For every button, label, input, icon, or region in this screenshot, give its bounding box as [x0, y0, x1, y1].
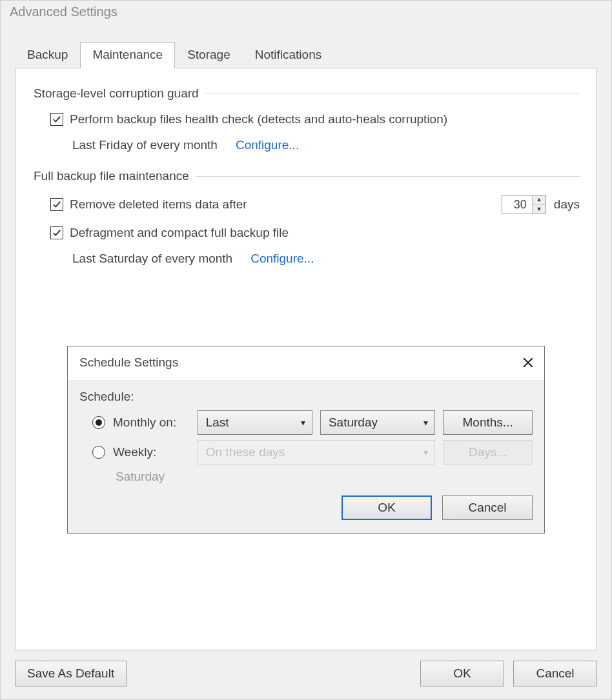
tab-storage[interactable]: Storage [175, 42, 243, 68]
defragment-configure-link[interactable]: Configure... [250, 252, 314, 266]
days-button: Days... [443, 440, 533, 465]
ok-button[interactable]: OK [420, 661, 504, 686]
weekly-row: Weekly: On these days ▾ Days... [92, 440, 533, 465]
cancel-button[interactable]: Cancel [513, 661, 597, 686]
tab-backup[interactable]: Backup [15, 42, 80, 68]
window-title: Advanced Settings [10, 5, 117, 19]
remove-days-suffix: days [554, 197, 580, 212]
healthcheck-row: Perform backup files health check (detec… [34, 112, 580, 126]
schedule-ok-button[interactable]: OK [342, 495, 432, 520]
weekly-radio[interactable] [92, 446, 105, 459]
tab-strip: Backup Maintenance Storage Notifications [1, 41, 611, 68]
day-combo[interactable]: Saturday ▾ [320, 410, 435, 435]
schedule-dialog-title: Schedule Settings [79, 355, 178, 370]
monthly-label: Monthly on: [113, 415, 190, 430]
selected-days-summary: Saturday [116, 470, 533, 484]
chevron-down-icon: ▾ [423, 447, 428, 457]
remove-deleted-label: Remove deleted items data after [70, 197, 247, 212]
window-footer: Save As Default OK Cancel [1, 650, 611, 699]
ordinal-combo[interactable]: Last ▾ [198, 410, 312, 435]
group-storage-corruption-guard: Storage-level corruption guard [34, 86, 580, 101]
schedule-label: Schedule: [79, 390, 533, 404]
monthly-row: Monthly on: Last ▾ Saturday ▾ Months... [92, 410, 533, 435]
defragment-row: Defragment and compact full backup file [34, 226, 580, 240]
window-close-icon[interactable] [593, 6, 605, 18]
chevron-down-icon: ▾ [301, 417, 305, 428]
healthcheck-checkbox[interactable] [50, 113, 63, 126]
window-titlebar: Advanced Settings [1, 1, 611, 26]
defragment-label: Defragment and compact full backup file [70, 226, 289, 240]
healthcheck-configure-link[interactable]: Configure... [236, 138, 299, 152]
save-as-default-button[interactable]: Save As Default [15, 661, 127, 686]
remove-days-spinner[interactable]: ▲ ▼ [502, 195, 546, 214]
schedule-dialog-titlebar: Schedule Settings [68, 346, 544, 381]
spinner-buttons: ▲ ▼ [532, 195, 546, 214]
advanced-settings-window: Advanced Settings Backup Maintenance Sto… [0, 0, 612, 700]
chevron-down-icon: ▾ [423, 417, 428, 428]
schedule-dialog-close-icon[interactable] [522, 357, 534, 368]
remove-days-control: ▲ ▼ days [502, 195, 580, 214]
remove-deleted-checkbox[interactable] [50, 198, 63, 211]
schedule-settings-dialog: Schedule Settings Schedule: Monthly on: … [67, 346, 545, 534]
weekly-placeholder: On these days [206, 445, 285, 459]
healthcheck-schedule-text: Last Friday of every month [72, 138, 218, 152]
months-button[interactable]: Months... [443, 410, 533, 435]
maintenance-tab-panel: Storage-level corruption guard Perform b… [15, 68, 597, 650]
healthcheck-schedule-row: Last Friday of every month Configure... [34, 138, 580, 152]
schedule-dialog-footer: OK Cancel [79, 486, 533, 521]
weekly-days-combo: On these days ▾ [198, 440, 435, 465]
schedule-cancel-button[interactable]: Cancel [442, 495, 533, 520]
healthcheck-label: Perform backup files health check (detec… [70, 112, 447, 126]
tab-maintenance[interactable]: Maintenance [80, 42, 175, 68]
spinner-down-icon[interactable]: ▼ [533, 205, 546, 214]
group2-divider [196, 176, 580, 177]
weekly-label: Weekly: [113, 445, 190, 459]
group1-title: Storage-level corruption guard [34, 86, 199, 101]
group2-title: Full backup file maintenance [34, 169, 189, 183]
schedule-dialog-body: Schedule: Monthly on: Last ▾ Saturday ▾ … [68, 381, 544, 533]
tab-notifications[interactable]: Notifications [243, 42, 334, 68]
day-value: Saturday [329, 415, 378, 430]
remove-deleted-row: Remove deleted items data after ▲ ▼ days [34, 195, 580, 214]
group1-divider [205, 94, 580, 94]
defragment-schedule-text: Last Saturday of every month [72, 252, 232, 266]
spinner-up-icon[interactable]: ▲ [533, 195, 546, 205]
defragment-checkbox[interactable] [50, 226, 63, 239]
ordinal-value: Last [206, 415, 229, 430]
defragment-schedule-row: Last Saturday of every month Configure..… [34, 252, 580, 266]
remove-days-input[interactable] [502, 195, 532, 214]
group-full-backup-maintenance: Full backup file maintenance [34, 169, 580, 183]
monthly-radio[interactable] [92, 416, 105, 429]
